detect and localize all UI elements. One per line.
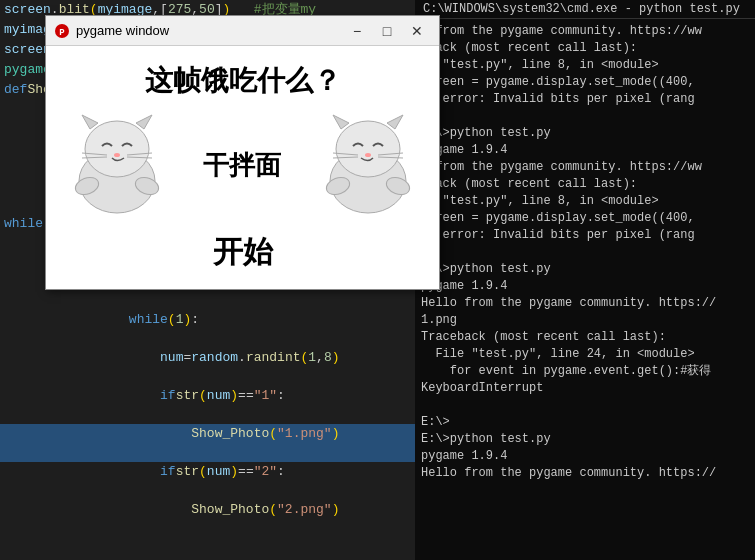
left-cat-image bbox=[62, 111, 172, 221]
pygame-icon: P bbox=[54, 23, 70, 39]
cmd-line: for event in pygame.event.get():#获得 bbox=[421, 363, 749, 380]
code-line: if str(num) == "2": bbox=[0, 462, 415, 500]
cmd-line: E:\>python test.py bbox=[421, 261, 749, 278]
code-line: Show_Photo("2.png") bbox=[0, 500, 415, 538]
pygame-question-text: 这帧饿吃什么？ bbox=[145, 62, 341, 100]
pygame-cats-container: 干拌面 bbox=[56, 111, 429, 221]
cmd-line: pygame 1.9.4 bbox=[421, 278, 749, 295]
pygame-titlebar: P pygame window − □ ✕ bbox=[46, 16, 439, 46]
cmd-line bbox=[421, 108, 749, 125]
cmd-line: le "test.py", line 8, in <module> bbox=[421, 193, 749, 210]
code-line: if str(num) == "1": bbox=[0, 386, 415, 424]
cmd-line: eback (most recent call last): bbox=[421, 40, 749, 57]
svg-point-3 bbox=[85, 121, 149, 177]
cmd-line bbox=[421, 397, 749, 414]
pygame-close-button[interactable]: ✕ bbox=[403, 21, 431, 41]
cmd-line: pygame 1.9.4 bbox=[421, 142, 749, 159]
svg-point-14 bbox=[336, 121, 400, 177]
svg-point-17 bbox=[365, 153, 371, 157]
cmd-line: E:\> bbox=[421, 414, 749, 431]
cmd-window: C:\WINDOWS\system32\cmd.exe - python tes… bbox=[415, 0, 755, 560]
cmd-line bbox=[421, 244, 749, 261]
svg-marker-4 bbox=[82, 115, 98, 129]
code-line-highlighted: Show_Photo("1.png") bbox=[0, 424, 415, 462]
cmd-line: Hello from the pygame community. https:/… bbox=[421, 465, 749, 482]
cmd-line: 1.png bbox=[421, 312, 749, 329]
svg-marker-15 bbox=[333, 115, 349, 129]
cmd-line: E:\>python test.py bbox=[421, 125, 749, 142]
cmd-line: eback (most recent call last): bbox=[421, 176, 749, 193]
pygame-window-title: pygame window bbox=[76, 23, 169, 38]
svg-marker-5 bbox=[136, 115, 152, 129]
pygame-window-controls[interactable]: − □ ✕ bbox=[343, 21, 431, 41]
svg-point-6 bbox=[114, 153, 120, 157]
cmd-content: o from the pygame community. https://ww … bbox=[415, 19, 755, 486]
code-line: while(1): bbox=[0, 310, 415, 348]
pygame-maximize-button[interactable]: □ bbox=[373, 21, 401, 41]
code-line: num = random.randint(1,8) bbox=[0, 348, 415, 386]
pygame-body: 这帧饿吃什么？ bbox=[46, 46, 439, 289]
cmd-line: le "test.py", line 8, in <module> bbox=[421, 57, 749, 74]
cmd-line: E:\>python test.py bbox=[421, 431, 749, 448]
svg-text:P: P bbox=[59, 28, 65, 38]
svg-marker-16 bbox=[387, 115, 403, 129]
cmd-line: o from the pygame community. https://ww bbox=[421, 159, 749, 176]
pygame-title-left: P pygame window bbox=[54, 23, 169, 39]
cmd-line: Hello from the pygame community. https:/… bbox=[421, 295, 749, 312]
cmd-title: C:\WINDOWS\system32\cmd.exe - python tes… bbox=[423, 2, 740, 16]
pygame-window: P pygame window − □ ✕ 这帧饿吃什么？ bbox=[45, 15, 440, 290]
cmd-line: Traceback (most recent call last): bbox=[421, 329, 749, 346]
pygame-start-text: 开始 bbox=[213, 232, 273, 273]
cmd-line: screen = pygame.display.set_mode((400, bbox=[421, 74, 749, 91]
cmd-line: o from the pygame community. https://ww bbox=[421, 23, 749, 40]
cmd-line: me.error: Invalid bits per pixel (rang bbox=[421, 91, 749, 108]
pygame-minimize-button[interactable]: − bbox=[343, 21, 371, 41]
pygame-food-text: 干拌面 bbox=[203, 148, 281, 183]
right-cat-image bbox=[313, 111, 423, 221]
cmd-line: screen = pygame.display.set_mode((400, bbox=[421, 210, 749, 227]
cmd-titlebar: C:\WINDOWS\system32\cmd.exe - python tes… bbox=[415, 0, 755, 19]
cmd-line: pygame 1.9.4 bbox=[421, 448, 749, 465]
cmd-line: File "test.py", line 24, in <module> bbox=[421, 346, 749, 363]
cmd-line: KeyboardInterrupt bbox=[421, 380, 749, 397]
cmd-line: me.error: Invalid bits per pixel (rang bbox=[421, 227, 749, 244]
